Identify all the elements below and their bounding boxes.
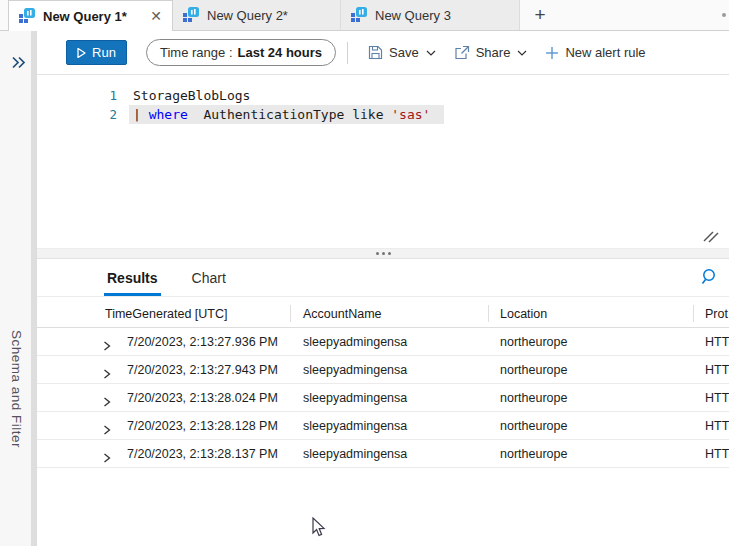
toolbar-divider <box>347 42 348 64</box>
cell-protocol: HTT <box>705 419 729 433</box>
cell-accountname: sleepyadmingensa <box>303 419 407 433</box>
save-label: Save <box>389 45 419 60</box>
tab-chart[interactable]: Chart <box>192 270 226 296</box>
query-tab-icon <box>19 8 35 24</box>
cell-accountname: sleepyadmingensa <box>303 447 407 461</box>
sidebar-scrollbar[interactable] <box>31 31 36 546</box>
chevron-down-icon[interactable] <box>426 50 436 56</box>
run-button[interactable]: Run <box>66 40 127 65</box>
new-alert-rule-button[interactable]: New alert rule <box>536 45 654 60</box>
query-tab-bar: New Query 1* ✕ New Query 2* New Query 3 … <box>0 0 729 31</box>
cell-protocol: HTT <box>705 391 729 405</box>
cell-timegenerated: 7/20/2023, 2:13:27.943 PM <box>127 363 278 377</box>
code-line-1: 1 StorageBlobLogs <box>37 86 729 105</box>
line-number: 1 <box>37 86 133 105</box>
chevron-down-icon[interactable] <box>517 50 527 56</box>
cell-protocol: HTT <box>705 363 729 377</box>
time-range-picker[interactable]: Time range : Last 24 hours <box>146 39 336 66</box>
column-header-location[interactable]: Location <box>500 307 547 321</box>
cell-accountname: sleepyadmingensa <box>303 391 407 405</box>
table-row[interactable]: 7/20/2023, 2:13:27.943 PM sleepyadmingen… <box>37 356 729 384</box>
tab-new-query-1[interactable]: New Query 1* ✕ <box>8 0 173 31</box>
line-number: 2 <box>37 105 133 124</box>
column-divider <box>290 305 291 322</box>
chevron-right-icon[interactable] <box>103 393 111 411</box>
new-alert-rule-label: New alert rule <box>565 45 645 60</box>
column-divider <box>488 305 489 322</box>
code-token: AuthenticationType like <box>188 107 392 122</box>
query-tab-icon <box>183 7 199 23</box>
code-token: StorageBlobLogs <box>133 86 250 105</box>
cell-accountname: sleepyadmingensa <box>303 363 407 377</box>
mouse-cursor <box>312 517 327 542</box>
chevron-right-icon[interactable] <box>103 421 111 439</box>
cell-timegenerated: 7/20/2023, 2:13:28.024 PM <box>127 391 278 405</box>
cell-accountname: sleepyadmingensa <box>303 335 407 349</box>
expand-sidebar-button[interactable] <box>7 51 29 73</box>
run-label: Run <box>92 45 116 60</box>
save-button[interactable]: Save <box>359 45 445 60</box>
double-chevron-right-icon <box>11 56 26 69</box>
time-range-label: Time range : <box>160 45 233 60</box>
selected-code-highlight: | where AuthenticationType like 'sas' <box>129 105 444 124</box>
kql-query-editor[interactable]: 1 StorageBlobLogs 2 | where Authenticati… <box>37 75 729 248</box>
query-toolbar: Run Time range : Last 24 hours Save Shar… <box>37 31 729 75</box>
sidebar-collapsed-label[interactable]: Schema and Filter <box>9 330 24 448</box>
results-table: TimeGenerated [UTC] AccountName Location… <box>37 300 729 468</box>
tab-new-query-3[interactable]: New Query 3 <box>341 0 520 30</box>
tab-new-query-2[interactable]: New Query 2* <box>173 0 341 30</box>
column-divider <box>693 305 694 322</box>
play-icon <box>77 48 86 58</box>
table-row[interactable]: 7/20/2023, 2:13:27.936 PM sleepyadmingen… <box>37 328 729 356</box>
code-token: | <box>133 107 149 122</box>
search-icon <box>701 268 719 286</box>
tab-label: New Query 3 <box>375 8 451 23</box>
code-token-string: 'sas' <box>391 107 430 122</box>
cell-location: northeurope <box>500 419 567 433</box>
tab-label: New Query 1* <box>43 9 127 24</box>
share-label: Share <box>476 45 511 60</box>
chevron-right-icon[interactable] <box>103 365 111 383</box>
time-range-value: Last 24 hours <box>238 45 323 60</box>
column-header-accountname[interactable]: AccountName <box>303 307 382 321</box>
cell-protocol: HTT <box>705 335 729 349</box>
schema-filter-sidebar: Schema and Filter <box>0 31 37 546</box>
tab-label: New Query 2* <box>207 8 288 23</box>
cell-location: northeurope <box>500 447 567 461</box>
cell-timegenerated: 7/20/2023, 2:13:28.128 PM <box>127 419 278 433</box>
cell-location: northeurope <box>500 391 567 405</box>
plus-icon <box>545 46 559 60</box>
table-row[interactable]: 7/20/2023, 2:13:28.128 PM sleepyadmingen… <box>37 412 729 440</box>
table-row[interactable]: 7/20/2023, 2:13:28.137 PM sleepyadmingen… <box>37 440 729 468</box>
share-icon <box>454 45 470 60</box>
share-button[interactable]: Share <box>445 45 537 60</box>
table-header-row: TimeGenerated [UTC] AccountName Location… <box>37 300 729 328</box>
search-results-button[interactable] <box>699 266 721 288</box>
add-tab-button[interactable]: + <box>520 0 560 30</box>
overflow-menu-clipped-icon[interactable] <box>722 13 726 17</box>
results-tab-strip: Results Chart <box>37 259 729 297</box>
cell-protocol: HTT <box>705 447 729 461</box>
save-icon <box>368 45 383 60</box>
code-token-keyword: where <box>149 107 188 122</box>
diagonal-resize-icon[interactable] <box>701 228 719 248</box>
chevron-right-icon[interactable] <box>103 337 111 355</box>
cell-location: northeurope <box>500 363 567 377</box>
cell-timegenerated: 7/20/2023, 2:13:28.137 PM <box>127 447 278 461</box>
query-tab-icon <box>351 7 367 23</box>
chevron-right-icon[interactable] <box>103 449 111 467</box>
code-line-2: 2 | where AuthenticationType like 'sas' <box>37 105 729 124</box>
column-header-protocol[interactable]: Prot <box>705 307 728 321</box>
cell-timegenerated: 7/20/2023, 2:13:27.936 PM <box>127 335 278 349</box>
cell-location: northeurope <box>500 335 567 349</box>
table-row[interactable]: 7/20/2023, 2:13:28.024 PM sleepyadmingen… <box>37 384 729 412</box>
tab-results[interactable]: Results <box>107 270 158 296</box>
column-header-timegenerated[interactable]: TimeGenerated [UTC] <box>105 307 228 321</box>
panel-resize-handle[interactable] <box>37 248 729 259</box>
close-icon[interactable]: ✕ <box>150 9 162 23</box>
